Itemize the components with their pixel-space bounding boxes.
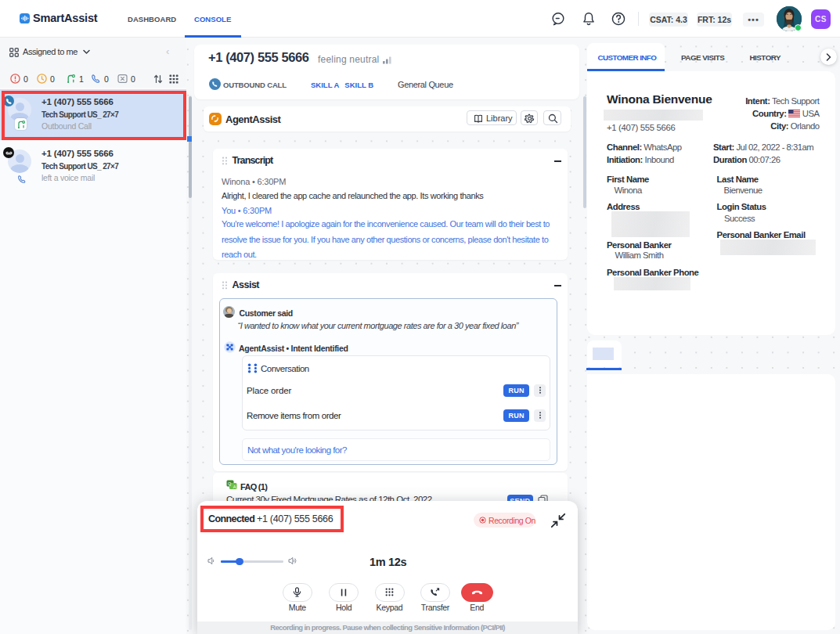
svg-text:A: A [233, 485, 236, 489]
svg-text:Q: Q [228, 481, 232, 486]
